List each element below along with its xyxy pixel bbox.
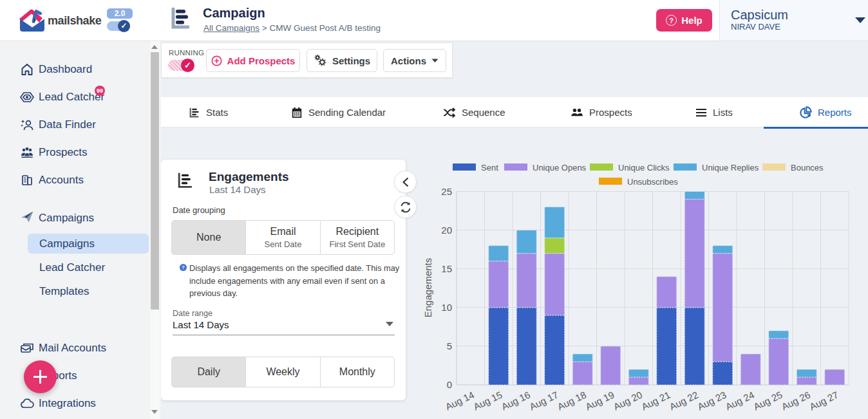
svg-text:20: 20 [441,225,452,236]
svg-text:Aug 17: Aug 17 [527,389,560,412]
svg-text:Aug 27: Aug 27 [807,389,840,412]
svg-text:5: 5 [447,340,452,351]
svg-text:0: 0 [447,379,452,390]
svg-text:Engagements: Engagements [422,258,433,318]
svg-text:25: 25 [441,186,452,197]
svg-text:Aug 23: Aug 23 [695,389,728,412]
svg-text:Unique Clicks: Unique Clicks [618,163,670,172]
svg-text:Aug 21: Aug 21 [639,389,672,412]
svg-text:Sent: Sent [481,163,498,172]
svg-text:10: 10 [441,302,452,313]
svg-text:Aug 20: Aug 20 [612,389,644,412]
svg-text:Aug 16: Aug 16 [500,389,532,412]
svg-text:Aug 25: Aug 25 [751,389,784,412]
svg-text:Aug 24: Aug 24 [724,389,756,412]
svg-text:Unique Replies: Unique Replies [702,163,759,172]
svg-text:15: 15 [441,263,452,274]
svg-text:Unsubscribes: Unsubscribes [627,177,678,187]
svg-text:Aug 22: Aug 22 [668,389,700,412]
svg-text:Aug 26: Aug 26 [780,389,812,412]
svg-text:Aug 19: Aug 19 [583,389,616,412]
svg-text:Unique Opens: Unique Opens [533,163,587,172]
svg-text:Aug 18: Aug 18 [556,389,588,412]
svg-text:Aug 15: Aug 15 [471,389,504,412]
svg-text:Bounces: Bounces [791,163,824,172]
svg-text:Aug 14: Aug 14 [444,389,476,412]
